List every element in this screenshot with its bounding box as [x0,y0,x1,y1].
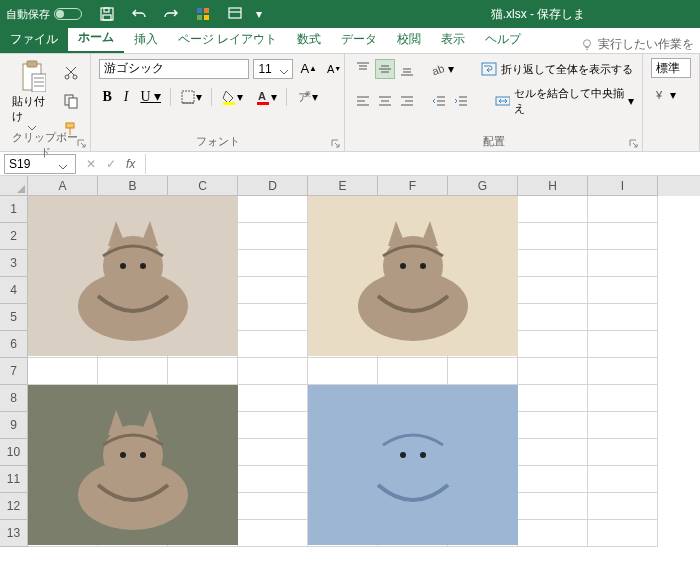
cell[interactable] [588,250,658,277]
wrap-text-button[interactable]: 折り返して全体を表示する [481,61,633,77]
column-header[interactable]: C [168,176,238,196]
row-header[interactable]: 4 [0,277,28,304]
cell[interactable] [518,331,588,358]
cell[interactable] [588,196,658,223]
caret-down-icon[interactable] [59,160,67,168]
dialog-launcher-icon[interactable] [629,138,639,148]
cell[interactable] [588,385,658,412]
row-header[interactable]: 2 [0,223,28,250]
dialog-launcher-icon[interactable] [77,138,87,148]
cell[interactable] [518,196,588,223]
undo-icon[interactable] [128,3,150,25]
cat-image-3[interactable] [28,385,238,545]
row-header[interactable]: 3 [0,250,28,277]
font-name-select[interactable] [99,59,249,79]
row-header[interactable]: 1 [0,196,28,223]
align-center-icon[interactable] [375,91,395,111]
increase-font-icon[interactable]: A▲ [297,58,320,79]
tab-insert[interactable]: 挿入 [124,27,168,53]
cell[interactable] [238,412,308,439]
cell[interactable] [238,358,308,385]
decrease-indent-icon[interactable] [429,91,449,111]
phonetic-icon[interactable]: ア亜▾ [293,86,321,108]
cell[interactable] [98,358,168,385]
redo-icon[interactable] [160,3,182,25]
cell[interactable] [378,358,448,385]
row-header[interactable]: 9 [0,412,28,439]
cat-image-2[interactable] [308,196,518,356]
cell[interactable] [238,520,308,547]
cell[interactable] [518,493,588,520]
font-size-input[interactable] [258,62,280,76]
row-header[interactable]: 13 [0,520,28,547]
increase-indent-icon[interactable] [451,91,471,111]
font-color-icon[interactable]: A▾ [252,86,280,108]
align-left-icon[interactable] [353,91,373,111]
cell[interactable] [448,358,518,385]
cell[interactable] [518,439,588,466]
align-top-icon[interactable] [353,59,373,79]
cell[interactable] [238,439,308,466]
cell[interactable] [238,385,308,412]
font-size-select[interactable] [253,59,293,79]
row-header[interactable]: 5 [0,304,28,331]
tab-view[interactable]: 表示 [431,27,475,53]
touch-mode-icon[interactable] [224,3,246,25]
cell[interactable] [518,385,588,412]
align-bottom-icon[interactable] [397,59,417,79]
row-header[interactable]: 12 [0,493,28,520]
cell[interactable] [238,304,308,331]
underline-button[interactable]: U ▾ [137,85,164,108]
accounting-format-icon[interactable]: ¥▾ [651,84,679,106]
cell[interactable] [588,493,658,520]
column-header[interactable]: E [308,176,378,196]
fx-icon[interactable]: fx [126,157,135,171]
cell[interactable] [518,277,588,304]
column-header[interactable]: A [28,176,98,196]
column-header[interactable]: D [238,176,308,196]
border-icon[interactable]: ▾ [177,86,205,108]
row-header[interactable]: 6 [0,331,28,358]
bold-button[interactable]: B [99,86,114,108]
italic-button[interactable]: I [121,86,132,108]
select-all-corner[interactable] [0,176,28,196]
cell[interactable] [518,358,588,385]
font-name-input[interactable] [104,62,254,76]
cell[interactable] [588,331,658,358]
cell[interactable] [238,223,308,250]
cell[interactable] [588,223,658,250]
cell[interactable] [238,331,308,358]
decrease-font-icon[interactable]: A▼ [324,60,344,78]
cell[interactable] [588,520,658,547]
row-header[interactable]: 7 [0,358,28,385]
cell[interactable] [168,358,238,385]
save-icon[interactable] [96,3,118,25]
dialog-launcher-icon[interactable] [331,138,341,148]
cell[interactable] [588,466,658,493]
cell[interactable] [238,277,308,304]
tab-pagelayout[interactable]: ページ レイアウト [168,27,287,53]
row-header[interactable]: 8 [0,385,28,412]
cell[interactable] [28,358,98,385]
orientation-icon[interactable]: ab▾ [429,58,457,80]
column-header[interactable]: I [588,176,658,196]
enter-formula-icon[interactable]: ✓ [106,157,116,171]
paste-button[interactable]: 貼り付け [8,58,56,133]
cell[interactable] [518,304,588,331]
cell[interactable] [518,223,588,250]
tab-review[interactable]: 校閲 [387,27,431,53]
cell[interactable] [518,520,588,547]
column-header[interactable]: H [518,176,588,196]
formula-input[interactable] [145,154,700,174]
cell-area[interactable] [28,196,700,547]
cell[interactable] [518,250,588,277]
align-right-icon[interactable] [397,91,417,111]
cell[interactable] [588,439,658,466]
tab-data[interactable]: データ [331,27,387,53]
cell[interactable] [238,493,308,520]
cancel-formula-icon[interactable]: ✕ [86,157,96,171]
merge-center-button[interactable]: セルを結合して中央揃え ▾ [495,86,634,116]
row-header[interactable]: 11 [0,466,28,493]
tab-home[interactable]: ホーム [68,25,124,53]
cell[interactable] [518,412,588,439]
